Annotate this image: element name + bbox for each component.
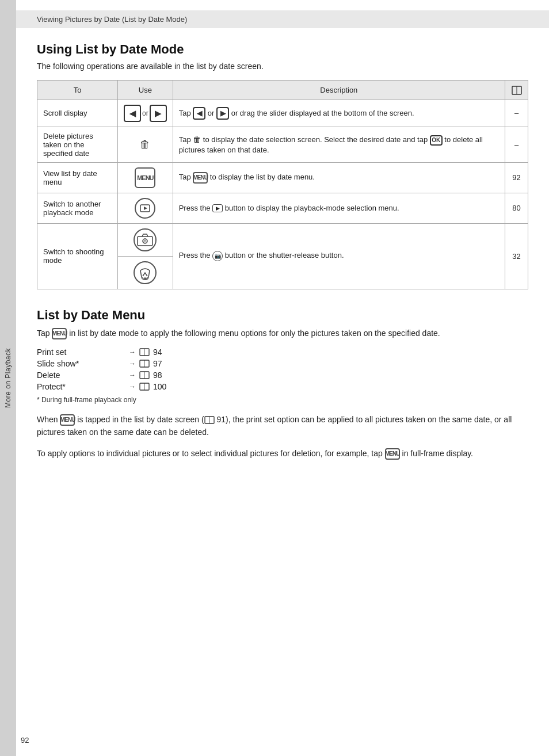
desc-view-list: Tap MENU to display the list by date men… xyxy=(173,162,505,193)
arrow-icon: → xyxy=(129,383,136,391)
menu-item-delete: Delete → 98 xyxy=(37,371,528,380)
operations-table: To Use Description Scroll display ◀ xyxy=(37,80,528,289)
left-arrow-inline-icon: ◀ xyxy=(193,107,205,120)
to-view-list: View list by date menu xyxy=(37,162,118,193)
section2-intro: Tap MENU in list by date mode to apply t… xyxy=(37,327,528,339)
camera-icon-cell xyxy=(118,224,173,257)
use-scroll-display: ◀ or ▶ xyxy=(118,100,173,127)
sidebar-label: More on Playback xyxy=(4,348,12,408)
use-delete-pictures: 🗑 xyxy=(118,127,173,162)
left-arrow-icon: ◀ xyxy=(124,105,141,122)
page-header: Viewing Pictures by Date (List by Date M… xyxy=(16,10,549,28)
paragraph2: To apply options to individual pictures … xyxy=(37,447,528,460)
arrows-icon: ◀ or ▶ xyxy=(124,105,167,122)
play-button-inline-icon: ▶ xyxy=(212,204,223,212)
use-switch-playback xyxy=(118,193,173,223)
sidebar: More on Playback xyxy=(0,0,16,756)
camera-button-inline-icon: 📷 xyxy=(212,251,223,261)
table-row: Scroll display ◀ or ▶ Tap ◀ or ▶ or drag… xyxy=(37,100,528,127)
ref-switch-playback: 80 xyxy=(505,193,528,223)
table-row: Switch to shooting mode xyxy=(37,223,528,289)
menu-ref-protect: → 100 xyxy=(129,382,166,391)
menu-item-print: Print set → 94 xyxy=(37,348,528,357)
col-description: Description xyxy=(173,81,505,100)
desc-scroll-display: Tap ◀ or ▶ or drag the slider displayed … xyxy=(173,100,505,127)
arrow-icon: → xyxy=(129,360,136,368)
svg-rect-4 xyxy=(138,236,152,246)
ref-delete-pictures: – xyxy=(505,127,528,162)
ok-icon: OK xyxy=(430,135,443,146)
use-switch-shooting xyxy=(118,223,173,289)
menu-label-slideshow: Slide show* xyxy=(37,359,129,368)
menu-icon-intro: MENU xyxy=(52,328,67,339)
to-switch-playback: Switch to another playback mode xyxy=(37,193,118,223)
menu-item-slideshow: Slide show* → 97 xyxy=(37,359,528,368)
paragraph1: When MENU is tapped in the list by date … xyxy=(37,413,528,439)
ref-view-list: 92 xyxy=(505,162,528,193)
trash-icon: 🗑 xyxy=(140,139,150,150)
table-row: Delete pictures taken on the specified d… xyxy=(37,127,528,162)
footnote: * During full-frame playback only xyxy=(37,396,528,404)
table-row: Switch to another playback mode Press th… xyxy=(37,193,528,223)
desc-delete-pictures: Tap 🗑 to display the date selection scre… xyxy=(173,127,505,162)
svg-marker-3 xyxy=(144,207,147,210)
playback-icon xyxy=(135,198,155,219)
menu-label-protect: Protect* xyxy=(37,382,129,391)
menu-list: Print set → 94 Slide show* → 97 Delete →… xyxy=(37,348,528,391)
menu-icon: MENU xyxy=(135,167,155,188)
menu-ref-slideshow: → 97 xyxy=(129,359,162,368)
arrow-icon: → xyxy=(129,348,136,356)
to-delete-pictures: Delete pictures taken on the specified d… xyxy=(37,127,118,162)
trash-inline-icon: 🗑 xyxy=(193,135,201,144)
ref-scroll-display: – xyxy=(505,100,528,127)
shutter-release-icon xyxy=(134,261,157,284)
menu-icon-p1: MENU xyxy=(60,414,75,426)
shutter-icon-cell xyxy=(118,257,173,289)
menu-label-delete: Delete xyxy=(37,371,129,380)
table-row: View list by date menu MENU Tap MENU to … xyxy=(37,162,528,193)
section1-intro: The following operations are available i… xyxy=(37,62,528,71)
desc-switch-playback: Press the ▶ button to display the playba… xyxy=(173,193,505,223)
menu-item-protect: Protect* → 100 xyxy=(37,382,528,391)
arrow-icon: → xyxy=(129,371,136,379)
menu-ref-print: → 94 xyxy=(129,348,162,357)
col-use: Use xyxy=(118,81,173,100)
section1-title: Using List by Date Mode xyxy=(37,42,528,57)
svg-point-6 xyxy=(144,240,146,242)
page-header-text: Viewing Pictures by Date (List by Date M… xyxy=(37,15,187,24)
right-arrow-inline-icon: ▶ xyxy=(216,107,229,120)
use-view-list: MENU xyxy=(118,162,173,193)
desc-switch-shooting: Press the 📷 button or the shutter-releas… xyxy=(173,223,505,289)
menu-label-print: Print set xyxy=(37,348,129,357)
col-ref xyxy=(505,81,528,100)
menu-icon-p2: MENU xyxy=(385,448,400,460)
col-to: To xyxy=(37,81,118,100)
page-number: 92 xyxy=(21,736,29,744)
to-switch-shooting: Switch to shooting mode xyxy=(37,223,118,289)
section2-title: List by Date Menu xyxy=(37,308,528,323)
menu-inline-icon: MENU xyxy=(193,172,208,184)
svg-point-5 xyxy=(143,239,147,243)
menu-ref-delete: → 98 xyxy=(129,371,162,380)
to-scroll-display: Scroll display xyxy=(37,100,118,127)
right-arrow-icon: ▶ xyxy=(150,105,167,122)
ref-switch-shooting: 32 xyxy=(505,223,528,289)
camera-icon xyxy=(134,228,157,251)
